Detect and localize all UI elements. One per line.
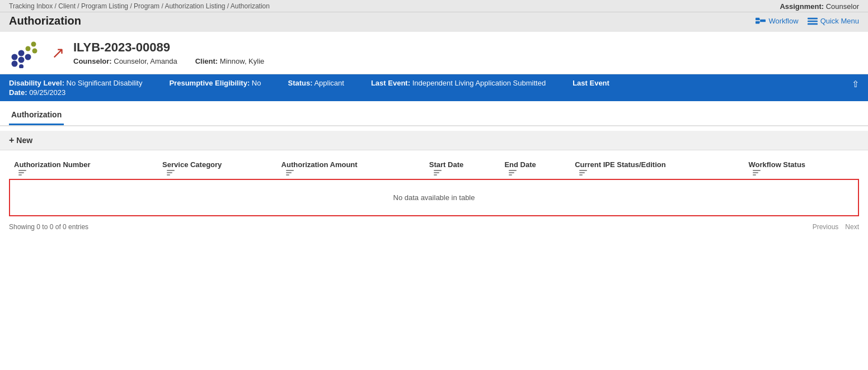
col-auth-number: Authorization Number [10, 157, 158, 179]
showing-text: Showing 0 to 0 of 0 entries [9, 223, 88, 231]
svg-rect-2 [761, 19, 766, 22]
svg-point-9 [18, 57, 25, 63]
quick-menu-label: Quick Menu [820, 17, 859, 25]
last-event-col: Last Event [573, 79, 609, 87]
arrow-icon: ↗ [51, 45, 64, 61]
filter-start-date[interactable] [434, 170, 442, 175]
filter-ipe-status[interactable] [579, 170, 587, 175]
table-footer: Showing 0 to 0 of 0 entries Previous Nex… [0, 219, 868, 235]
filter-service-category[interactable] [167, 170, 175, 175]
breadcrumb-item-6[interactable]: Authorization [231, 2, 270, 10]
quick-menu-button[interactable]: Quick Menu [808, 17, 859, 25]
assignment-label: Assignment: Counselor [780, 2, 859, 11]
last-event-status: Last Event: Independent Living Applicati… [371, 79, 546, 87]
client-id: ILYB-2023-00089 [73, 40, 264, 55]
breadcrumb-item-4[interactable]: Program [134, 2, 159, 10]
status-status: Status: Applicant [288, 79, 344, 87]
counselor-field: Counselor: Counselor, Amanda [73, 57, 177, 65]
breadcrumb-item-1[interactable]: Tracking Inbox [9, 2, 53, 10]
plus-icon: + [9, 135, 14, 145]
svg-point-11 [18, 50, 25, 56]
next-button[interactable]: Next [845, 223, 859, 231]
svg-rect-1 [756, 21, 759, 24]
col-end-date: End Date [500, 157, 570, 179]
workflow-button[interactable]: Workflow [756, 17, 798, 25]
breadcrumb-item-5[interactable]: Authorization Listing [165, 2, 225, 10]
no-data-message: No data available in table [10, 179, 858, 216]
svg-rect-6 [808, 20, 818, 22]
top-header: Tracking Inbox / Client / Program Listin… [0, 0, 868, 12]
table-container: Authorization Number Service Category [0, 157, 868, 216]
svg-point-15 [31, 42, 36, 47]
no-data-row: No data available in table [10, 179, 858, 216]
col-service-category: Service Category [158, 157, 276, 179]
table-header-row: Authorization Number Service Category [10, 157, 858, 179]
col-auth-amount: Authorization Amount [277, 157, 425, 179]
client-value: Minnow, Kylie [220, 57, 264, 65]
breadcrumb: Tracking Inbox / Client / Program Listin… [9, 2, 270, 10]
new-label: New [16, 136, 32, 145]
eligibility-status: Presumptive Eligibility: No [169, 79, 261, 87]
workflow-label: Workflow [768, 17, 798, 25]
svg-rect-7 [808, 23, 818, 25]
col-ipe-status: Current IPE Status/Edition [570, 157, 744, 179]
status-bar: Disability Level: No Significant Disabil… [0, 74, 868, 101]
status-bar-chevron[interactable]: ⇧ [852, 79, 859, 89]
counselor-value: Counselor, Amanda [114, 57, 177, 65]
svg-line-3 [760, 18, 761, 20]
counselor-label: Counselor: [73, 57, 112, 65]
client-details: Counselor: Counselor, Amanda Client: Min… [73, 57, 264, 65]
tab-area: Authorization [0, 106, 868, 126]
previous-button[interactable]: Previous [813, 223, 839, 231]
title-actions: Workflow Quick Menu [756, 17, 859, 25]
client-field: Client: Minnow, Kylie [195, 57, 265, 65]
svg-point-8 [12, 54, 18, 60]
pagination-buttons: Previous Next [813, 223, 859, 231]
breadcrumb-item-3[interactable]: Program Listing [81, 2, 128, 10]
date-status: Date: 09/25/2023 [9, 88, 65, 97]
client-label: Client: [195, 57, 218, 65]
assignment-value: Counselor [826, 2, 859, 11]
svg-point-13 [19, 64, 24, 68]
filter-workflow-status[interactable] [753, 170, 761, 175]
assignment-label-text: Assignment: [780, 2, 824, 11]
col-start-date: Start Date [425, 157, 500, 179]
workflow-icon [756, 17, 766, 25]
svg-point-10 [12, 61, 18, 67]
svg-point-16 [32, 49, 37, 54]
breadcrumb-item-2[interactable]: Client [58, 2, 76, 10]
svg-point-12 [25, 54, 31, 60]
disability-status: Disability Level: No Significant Disabil… [9, 79, 142, 87]
client-meta: ILYB-2023-00089 Counselor: Counselor, Am… [73, 40, 264, 65]
col-workflow-status: Workflow Status [744, 157, 858, 179]
new-button[interactable]: + New [9, 135, 32, 145]
svg-rect-0 [756, 17, 759, 20]
quick-menu-icon [808, 17, 818, 25]
filter-end-date[interactable] [509, 170, 517, 175]
svg-line-4 [760, 21, 761, 22]
authorization-table: Authorization Number Service Category [9, 157, 859, 216]
tab-authorization[interactable]: Authorization [9, 106, 64, 125]
filter-auth-amount[interactable] [286, 170, 294, 175]
filter-auth-number[interactable] [18, 170, 26, 175]
toolbar: + New [0, 131, 868, 150]
client-info: ↗ ILYB-2023-00089 Counselor: Counselor, … [0, 32, 868, 74]
breadcrumb-sep-2: / [77, 2, 81, 10]
page-title: Authorization [9, 15, 81, 27]
svg-rect-5 [808, 17, 818, 19]
svg-point-14 [26, 46, 31, 51]
app-logo [9, 37, 43, 68]
title-bar: Authorization Workflow Quick Menu [0, 12, 868, 32]
